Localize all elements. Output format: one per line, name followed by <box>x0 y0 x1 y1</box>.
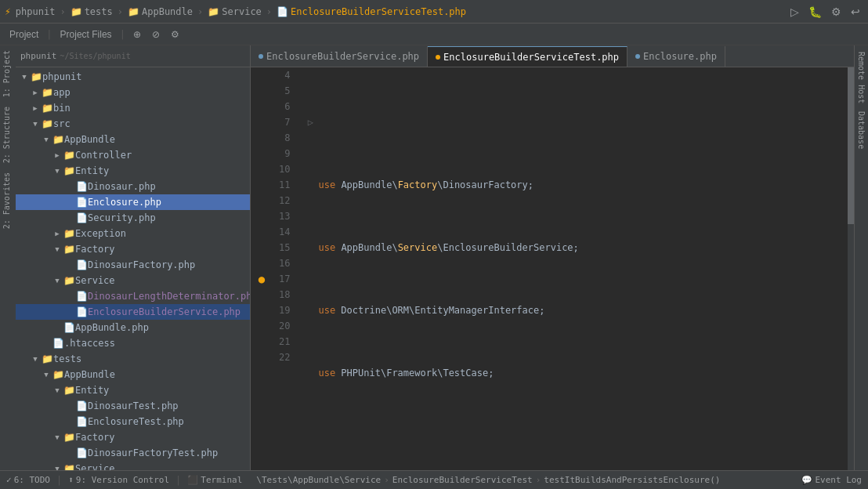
breadcrumb-tests[interactable]: 📁 tests <box>71 6 113 17</box>
tree-item-tests-service[interactable]: ▼ 📁 Service <box>16 461 250 470</box>
tab-ebs-dot <box>259 54 263 59</box>
side-label-project[interactable]: 1: Project <box>0 45 16 102</box>
folder-tests-service-icon: 📁 <box>63 463 75 470</box>
tree-item-enclosuretest-php[interactable]: 📄 EnclosureTest.php <box>16 414 250 429</box>
tree-item-appbundle[interactable]: ▼ 📁 AppBundle <box>16 132 250 147</box>
folder-tests-appbundle-icon: 📁 <box>52 369 64 380</box>
tree-item-dinosaurtest-php[interactable]: 📄 DinosaurTest.php <box>16 398 250 414</box>
tree-item-ebs-php[interactable]: 📄 EnclosureBuilderService.php <box>16 304 250 320</box>
tree-item-tests-appbundle[interactable]: ▼ 📁 AppBundle <box>16 367 250 382</box>
settings-button[interactable]: ⚙ <box>828 4 844 20</box>
breadcrumb-service[interactable]: 📁 Service <box>208 6 262 17</box>
phpunit-label: phpunit <box>16 6 56 17</box>
arrow-tests-factory: ▼ <box>52 433 63 441</box>
event-log-label: Event Log <box>815 475 862 485</box>
tree-item-factory-src[interactable]: ▼ 📁 Factory <box>16 241 250 257</box>
toolbar-btn-3[interactable]: ⚙ <box>166 27 184 42</box>
folder-phpunit-icon: 📁 <box>30 71 42 82</box>
file-dinosaurtest-icon: 📄 <box>75 400 88 411</box>
status-todo[interactable]: ✓ 6: TODO <box>6 475 50 485</box>
side-label-favorites[interactable]: 2: Favorites <box>0 168 16 234</box>
tab-ebs[interactable]: EnclosureBuilderService.php <box>251 46 428 67</box>
vcs-icon: ⬆ <box>68 475 74 485</box>
toolbar-btn-1[interactable]: ⊕ <box>128 27 146 42</box>
tree-item-controller[interactable]: ▶ 📁 Controller <box>16 147 250 163</box>
tab-ebs-label: EnclosureBuilderService.php <box>266 51 419 62</box>
folder-tests-tree-icon: 📁 <box>41 353 53 364</box>
run-button[interactable]: ▷ <box>787 4 802 20</box>
status-right: 💬 Event Log <box>801 475 862 485</box>
breadcrumb-appbundle[interactable]: 📁 AppBundle <box>128 6 193 17</box>
breadcrumb-part2: EnclosureBuilderServiceTest <box>392 475 533 485</box>
file-icon: 📄 <box>277 6 288 17</box>
tree-item-service-src[interactable]: ▼ 📁 Service <box>16 273 250 288</box>
breadcrumb: \Tests\AppBundle\Service › EnclosureBuil… <box>256 475 720 485</box>
arrow-app: ▶ <box>30 89 41 96</box>
file-dinosaurfactorytest-icon: 📄 <box>75 447 88 458</box>
tree-item-src[interactable]: ▼ 📁 src <box>16 116 250 132</box>
tree-item-dinosaurfactorytest-php[interactable]: 📄 DinosaurFactoryTest.php <box>16 445 250 461</box>
todo-label: 6: TODO <box>14 475 50 485</box>
project-files-button[interactable]: Project Files <box>56 27 117 42</box>
breadcrumb-file[interactable]: 📄 EnclosureBuilderServiceTest.php <box>277 6 466 17</box>
status-event-log[interactable]: 💬 Event Log <box>801 475 862 485</box>
tree-item-dinosaurfactory-php[interactable]: 📄 DinosaurFactory.php <box>16 257 250 273</box>
tree-item-appbundlephp[interactable]: 📄 AppBundle.php <box>16 320 250 335</box>
file-tree-path: ~/Sites/phpunit <box>60 52 130 60</box>
status-vcs[interactable]: ⬆ 9: Version Control <box>68 475 169 485</box>
tree-item-dinosaur-php[interactable]: 📄 Dinosaur.php <box>16 179 250 194</box>
file-appbundle-icon: 📄 <box>63 322 75 333</box>
arrow-service-src: ▼ <box>52 277 63 284</box>
file-tree-header: phpunit ~/Sites/phpunit <box>16 45 250 67</box>
arrow-src: ▼ <box>30 120 41 128</box>
tab-ebst[interactable]: EnclosureBuilderServiceTest.php <box>428 46 627 67</box>
tab-ebst-label: EnclosureBuilderServiceTest.php <box>443 52 619 63</box>
undo-button[interactable]: ↩ <box>848 4 863 20</box>
tree-item-phpunit[interactable]: ▼ 📁 phpunit <box>16 69 250 85</box>
side-label-structure[interactable]: 2: Structure <box>0 102 16 168</box>
event-log-icon: 💬 <box>801 475 812 485</box>
status-bar: ✓ 6: TODO | ⬆ 9: Version Control | ⬛ Ter… <box>0 470 868 489</box>
file-dld-icon: 📄 <box>75 291 88 302</box>
folder-controller-icon: 📁 <box>63 150 75 161</box>
code-editor[interactable]: ● 4 5 6 7 8 9 10 11 12 13 14 <box>251 67 854 470</box>
tree-item-security-php[interactable]: 📄 Security.php <box>16 210 250 226</box>
arrow-tests: ▼ <box>30 355 41 363</box>
tree-item-tests-factory[interactable]: ▼ 📁 Factory <box>16 429 250 445</box>
tree-item-bin[interactable]: ▶ 📁 bin <box>16 100 250 116</box>
project-button[interactable]: Project <box>5 27 43 42</box>
code-lines[interactable]: ▷ use AppBundle\Factory\DinosaurFactory;… <box>296 67 848 470</box>
folder-appbundle-icon: 📁 <box>52 134 64 145</box>
main-area: 1: Project 2: Structure 2: Favorites php… <box>0 45 868 470</box>
tree-item-tests[interactable]: ▼ 📁 tests <box>16 351 250 367</box>
tree-item-htaccess[interactable]: 📄 .htaccess <box>16 335 250 351</box>
folder-exception-icon: 📁 <box>63 228 75 239</box>
folder-appbundle-icon: 📁 <box>128 6 139 17</box>
toolbar-btn-2[interactable]: ⊘ <box>147 27 165 42</box>
status-terminal[interactable]: ⬛ Terminal <box>187 475 242 485</box>
file-dinosaur-icon: 📄 <box>75 181 88 192</box>
top-bar: ⚡ phpunit › 📁 tests › 📁 AppBundle › 📁 Se… <box>0 0 868 24</box>
right-panel-remote-host[interactable]: Remote Host <box>855 49 867 107</box>
breadcrumb-phpunit[interactable]: phpunit <box>16 6 56 17</box>
tree-item-tests-entity[interactable]: ▼ 📁 Entity <box>16 382 250 398</box>
right-panel-database[interactable]: Database <box>855 108 867 152</box>
right-panel: Remote Host Database <box>854 45 868 470</box>
folder-src-icon: 📁 <box>41 118 53 129</box>
arrow-controller: ▶ <box>52 151 63 159</box>
line-numbers: 4 5 6 7 8 9 10 11 12 13 14 15 16 17 18 1… <box>273 67 296 470</box>
file-enclosure-icon: 📄 <box>75 197 88 208</box>
tree-item-exception[interactable]: ▶ 📁 Exception <box>16 226 250 241</box>
tree-item-dld-php[interactable]: 📄 DinosaurLengthDeterminator.php <box>16 288 250 304</box>
folder-service-icon: 📁 <box>208 6 219 17</box>
scrollbar-thumb[interactable] <box>848 67 854 224</box>
debug-button[interactable]: 🐛 <box>805 4 825 20</box>
tree-item-entity-src[interactable]: ▼ 📁 Entity <box>16 163 250 179</box>
arrow-entity-src: ▼ <box>52 167 63 175</box>
editor-scrollbar[interactable] <box>848 67 854 470</box>
tab-enclosure[interactable]: Enclosure.php <box>627 46 725 67</box>
terminal-icon: ⬛ <box>187 475 198 485</box>
tree-item-enclosure-php[interactable]: 📄 Enclosure.php <box>16 194 250 210</box>
folder-bin-icon: 📁 <box>41 103 53 114</box>
tree-item-app[interactable]: ▶ 📁 app <box>16 85 250 100</box>
